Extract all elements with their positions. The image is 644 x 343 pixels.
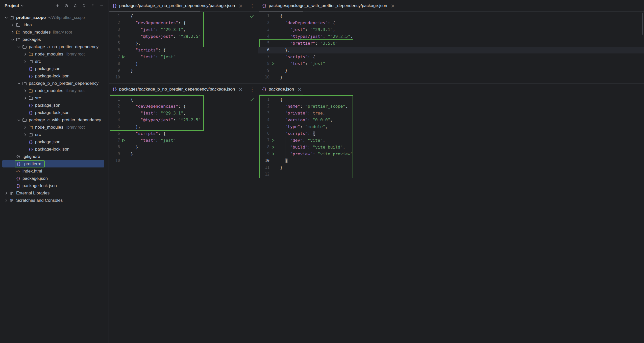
tab-scrollbar-thumb[interactable] xyxy=(259,95,303,95)
tree-item-package-lock-json[interactable]: {}package-lock.json xyxy=(0,109,109,116)
chevron-right-icon[interactable] xyxy=(4,198,9,203)
tree-item--prettierrc[interactable]: {}.prettierrc xyxy=(0,160,109,167)
run-icon[interactable] xyxy=(269,151,277,157)
tree-item-node-modules[interactable]: node_moduleslibrary root xyxy=(0,124,109,131)
run-icon[interactable] xyxy=(269,60,277,67)
code-line[interactable]: 11} xyxy=(258,164,644,171)
tree-item-package-json[interactable]: {}package.json xyxy=(0,65,109,72)
code-line[interactable]: 6 "scripts": { xyxy=(109,47,258,53)
tree-item-scratches-and-consoles[interactable]: Scratches and Consoles xyxy=(0,197,109,204)
chevron-down-icon[interactable] xyxy=(10,37,15,42)
chevron-right-icon[interactable] xyxy=(22,59,28,64)
inspections-ok-icon[interactable] xyxy=(250,98,254,103)
tree-item--gitignore[interactable]: .gitignore xyxy=(0,153,109,160)
code-line[interactable]: 2 "name": "prettier_scope", xyxy=(258,103,644,110)
code-line[interactable]: 2 "devDependencies": { xyxy=(258,19,644,26)
code-line[interactable]: 4 "version": "0.0.0", xyxy=(258,117,644,123)
chevron-right-icon[interactable] xyxy=(22,125,28,130)
tree-item-package-c-with-prettier-dependency[interactable]: package_c_with_prettier_dependency xyxy=(0,116,109,124)
tree-item-package-json[interactable]: {}package.json xyxy=(0,138,109,146)
chevron-down-icon[interactable] xyxy=(20,4,24,8)
chevron-down-icon[interactable] xyxy=(16,81,22,86)
code-line[interactable]: 5 "type": "module", xyxy=(258,123,644,130)
tree-item-external-libraries[interactable]: External Libraries xyxy=(0,189,109,197)
editor-tab[interactable]: {} packages/package_c_with_prettier_depe… xyxy=(258,0,398,11)
chevron-right-icon[interactable] xyxy=(22,95,28,101)
chevron-right-icon[interactable] xyxy=(10,30,15,35)
tree-item-index-html[interactable]: <>index.html xyxy=(0,167,109,175)
chevron-down-icon[interactable] xyxy=(4,15,9,20)
tree-item-src[interactable]: src xyxy=(0,94,109,102)
chevron-down-icon[interactable] xyxy=(16,44,22,50)
code-line[interactable]: 9 } xyxy=(258,67,644,74)
locate-opened-file-icon[interactable] xyxy=(64,3,69,9)
tree-item-packages[interactable]: packages xyxy=(0,36,109,43)
code-line[interactable]: 5 "prettier": "3.5.0" xyxy=(258,40,644,47)
run-icon[interactable] xyxy=(120,53,127,60)
code-line[interactable]: 4 "@types/jest": "^29.2.5" xyxy=(109,117,258,123)
tree-item-package-lock-json[interactable]: {}package-lock.json xyxy=(0,146,109,153)
editor-body[interactable]: 1{2 "name": "prettier_scope",3 "private"… xyxy=(258,95,644,343)
tree-item-src[interactable]: src xyxy=(0,131,109,138)
code-line[interactable]: 1{ xyxy=(258,13,644,19)
hide-toolwindow-icon[interactable] xyxy=(99,3,105,9)
code-line[interactable]: 10} xyxy=(258,74,644,81)
close-icon[interactable]: × xyxy=(238,87,243,92)
expand-all-icon[interactable] xyxy=(72,3,78,9)
more-options-icon[interactable]: ⋮ xyxy=(250,87,255,92)
code-line[interactable]: 5 }, xyxy=(109,123,258,130)
tree-item-package-a-no-prettier-dependency[interactable]: package_a_no_prettier_dependency xyxy=(0,43,109,50)
close-icon[interactable]: × xyxy=(391,3,395,8)
code-line[interactable]: 12 xyxy=(258,171,644,178)
code-line[interactable]: 7 "scripts": { xyxy=(258,53,644,60)
code-line[interactable]: 8 } xyxy=(109,60,258,67)
chevron-right-icon[interactable] xyxy=(4,190,9,196)
code-line[interactable]: 9} xyxy=(109,67,258,74)
editor-tab[interactable]: {} packages/package_a_no_prettier_depend… xyxy=(109,0,246,11)
chevron-down-icon[interactable] xyxy=(16,117,22,123)
code-line[interactable]: 6 "scripts": { xyxy=(258,130,644,137)
tree-item-package-lock-json[interactable]: {}package-lock.json xyxy=(0,72,109,80)
tab-scrollbar-thumb[interactable] xyxy=(259,11,303,12)
code-line[interactable]: 10 } xyxy=(258,157,644,164)
close-icon[interactable]: × xyxy=(238,3,243,8)
editor-body[interactable]: 1{2 "devDependencies": {3 "jest": "^29.3… xyxy=(258,12,644,83)
tree-item-package-lock-json[interactable]: {}package-lock.json xyxy=(0,182,109,189)
code-line[interactable]: 7 "dev": "vite", xyxy=(258,137,644,144)
code-line[interactable]: 9 "preview": "vite preview" xyxy=(258,151,644,157)
editor-tab[interactable]: {} packages/package_b_no_prettier_depend… xyxy=(109,83,246,95)
code-line[interactable]: 3 "jest": "^29.3.1", xyxy=(109,110,258,117)
editor-scrollbar-thumb[interactable] xyxy=(642,13,643,35)
code-line[interactable]: 4 "@types/jest": "^29.2.5" xyxy=(109,33,258,40)
code-line[interactable]: 3 "jest": "^29.3.1", xyxy=(258,26,644,33)
code-line[interactable]: 8 "build": "vite build", xyxy=(258,144,644,151)
code-line[interactable]: 8 } xyxy=(109,144,258,151)
code-line[interactable]: 3 "private": true, xyxy=(258,110,644,117)
run-icon[interactable] xyxy=(269,137,277,144)
code-line[interactable]: 10 xyxy=(109,74,258,81)
chevron-right-icon[interactable] xyxy=(22,88,28,94)
chevron-right-icon[interactable] xyxy=(22,132,28,137)
code-line[interactable]: 8 "test": "jest" xyxy=(258,60,644,67)
code-line[interactable]: 2 "devDependencies": { xyxy=(109,103,258,110)
tree-item-node-modules[interactable]: node_moduleslibrary root xyxy=(0,50,109,58)
code-line[interactable]: 6 }, xyxy=(258,47,644,53)
code-line[interactable]: 10 xyxy=(109,157,258,164)
editor-tab[interactable]: {} package.json × xyxy=(258,83,305,95)
code-line[interactable]: 9} xyxy=(109,151,258,157)
code-line[interactable]: 2 "devDependencies": { xyxy=(109,19,258,26)
tree-item-prettier-scope[interactable]: prettier_scope~/WS/prettier_scope xyxy=(0,14,109,21)
code-line[interactable]: 1{ xyxy=(258,96,644,103)
code-line[interactable]: 1{ xyxy=(109,13,258,19)
more-options-icon[interactable]: ⋮ xyxy=(250,3,255,8)
tab-scrollbar-thumb[interactable] xyxy=(109,11,200,12)
code-line[interactable]: 1{ xyxy=(109,96,258,103)
tree-item-package-json[interactable]: {}package.json xyxy=(0,102,109,109)
editor-body[interactable]: 1{2 "devDependencies": {3 "jest": "^29.3… xyxy=(109,12,258,83)
run-icon[interactable] xyxy=(269,144,277,151)
code-line[interactable]: 4 "@types/jest": "^29.2.5", xyxy=(258,33,644,40)
toolwindow-title[interactable]: Project xyxy=(5,3,19,8)
add-icon[interactable] xyxy=(55,3,60,9)
chevron-right-icon[interactable] xyxy=(10,22,15,28)
code-line[interactable]: 7 "test": "jest" xyxy=(109,137,258,144)
